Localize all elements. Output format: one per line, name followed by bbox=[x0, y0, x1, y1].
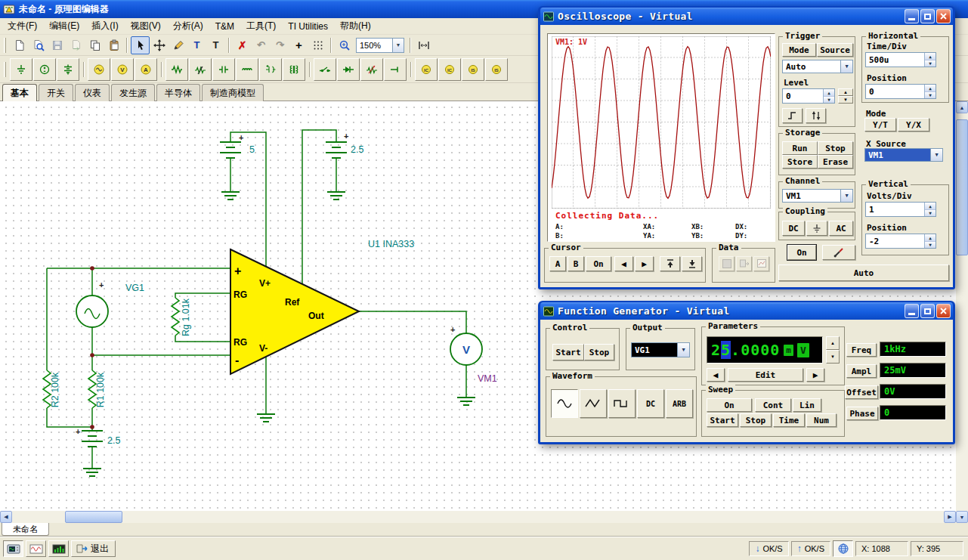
spin-down-icon[interactable]: ▼ bbox=[925, 60, 936, 67]
undo-button[interactable]: ↶ bbox=[252, 36, 271, 54]
cursor-b-button[interactable]: B bbox=[568, 256, 584, 271]
current-source-is1-button[interactable]: IS bbox=[462, 58, 484, 81]
horizontal-scrollbar[interactable]: ◀ ▶ bbox=[0, 511, 956, 523]
erase-button[interactable]: Erase bbox=[818, 155, 853, 169]
diode-component-button[interactable] bbox=[337, 58, 360, 81]
meter-tool-button[interactable] bbox=[48, 540, 69, 557]
trigger-source-button[interactable]: Source bbox=[817, 43, 853, 57]
store-button[interactable]: Store bbox=[782, 155, 818, 169]
output-select[interactable]: VG1▼ bbox=[631, 342, 690, 357]
trigger-mode-select[interactable]: Auto▼ bbox=[782, 60, 853, 73]
controlled-source-ic1-button[interactable]: IC bbox=[415, 58, 438, 81]
menu-file[interactable]: 文件(F) bbox=[2, 17, 43, 35]
current-source-is2-button[interactable]: IS bbox=[485, 58, 508, 81]
trigger-rising-edge-button[interactable] bbox=[782, 108, 803, 123]
resistor-rg-symbol[interactable] bbox=[172, 298, 179, 336]
polarized-capacitor-component-button[interactable] bbox=[259, 58, 282, 81]
variable-resistor-component-button[interactable] bbox=[360, 58, 383, 81]
offset-button[interactable]: Offset bbox=[845, 385, 878, 399]
cursor-jump-up-button[interactable] bbox=[660, 256, 680, 271]
freq-button[interactable]: Freq bbox=[846, 343, 877, 357]
nudge-down-icon[interactable]: ▼ bbox=[826, 350, 840, 364]
copy-button[interactable] bbox=[85, 36, 104, 54]
label-tool-button[interactable]: T bbox=[206, 36, 225, 54]
oscilloscope-titlebar[interactable]: Oscilloscope - Virtual bbox=[540, 8, 953, 25]
trigger-mode-button[interactable]: Mode bbox=[782, 43, 816, 57]
waveform-sine-button[interactable] bbox=[551, 389, 578, 418]
xsource-select[interactable]: VM1▼ bbox=[864, 148, 943, 162]
voltsdiv-spinner[interactable]: 1 ▲▼ bbox=[865, 202, 936, 217]
dropdown-arrow-icon[interactable]: ▼ bbox=[840, 190, 852, 202]
select-cursor-button[interactable] bbox=[131, 36, 150, 54]
mode-yt-button[interactable]: Y/T bbox=[864, 118, 896, 131]
menu-view[interactable]: 视图(V) bbox=[125, 17, 167, 35]
data-save-button[interactable] bbox=[719, 256, 735, 271]
spin-up-icon[interactable]: ▲ bbox=[824, 89, 834, 97]
fg-start-button[interactable]: Start bbox=[552, 344, 584, 360]
resistor-component-button[interactable] bbox=[165, 58, 188, 81]
coupling-ac-button[interactable]: AC bbox=[829, 221, 853, 236]
spin-down-icon[interactable]: ▼ bbox=[925, 242, 936, 249]
crosshair-button[interactable]: + bbox=[289, 36, 308, 54]
horizontal-position-spinner[interactable]: 0 ▲▼ bbox=[865, 84, 936, 99]
coupling-dc-button[interactable]: DC bbox=[782, 221, 805, 236]
cursor-jump-down-button[interactable] bbox=[682, 256, 702, 271]
grid-toggle-button[interactable] bbox=[308, 36, 327, 54]
waveform-square-button[interactable] bbox=[608, 389, 636, 418]
menu-ti-utilities[interactable]: TI Utilities bbox=[282, 19, 334, 34]
edit-button[interactable]: Edit bbox=[728, 368, 803, 382]
waveform-triangle-button[interactable] bbox=[580, 389, 607, 418]
battery-2v5-bottom-symbol[interactable] bbox=[82, 431, 103, 447]
data-export-button[interactable] bbox=[736, 256, 752, 271]
vertical-scroll-thumb[interactable] bbox=[956, 119, 968, 255]
close-button[interactable] bbox=[936, 304, 951, 318]
sweep-cont-button[interactable]: Cont bbox=[755, 398, 791, 412]
maximize-button[interactable] bbox=[920, 304, 935, 318]
maximize-button[interactable] bbox=[920, 9, 935, 23]
data-graph-button[interactable] bbox=[753, 256, 769, 271]
menu-insert[interactable]: 插入(I) bbox=[85, 17, 124, 35]
dropdown-arrow-icon[interactable]: ▼ bbox=[930, 149, 942, 161]
battery-5v-symbol[interactable] bbox=[220, 142, 241, 158]
tab-basic[interactable]: 基本 bbox=[2, 84, 37, 101]
menu-analysis[interactable]: 分析(A) bbox=[167, 17, 209, 35]
tab-manufacturer-models[interactable]: 制造商模型 bbox=[202, 84, 264, 101]
tab-meters[interactable]: 仪表 bbox=[75, 84, 110, 101]
dc-source-component-button[interactable] bbox=[33, 58, 56, 81]
tab-switches[interactable]: 开关 bbox=[39, 84, 73, 101]
battery-component-button[interactable] bbox=[57, 58, 79, 81]
sweep-num-button[interactable]: Num bbox=[806, 413, 837, 427]
timediv-spinner[interactable]: 500u ▲▼ bbox=[865, 52, 936, 67]
voltmeter-vm1-symbol[interactable]: V bbox=[450, 333, 482, 365]
move-tool-button[interactable] bbox=[150, 36, 169, 54]
capacitor-component-button[interactable] bbox=[212, 58, 235, 81]
spin-down-icon[interactable]: ▼ bbox=[824, 97, 834, 104]
dropdown-arrow-icon[interactable]: ▼ bbox=[677, 343, 689, 357]
battery-2v5-top-symbol[interactable] bbox=[326, 142, 347, 158]
cursor-right-button[interactable]: ▶ bbox=[635, 256, 654, 271]
spin-down-icon[interactable]: ▼ bbox=[925, 92, 936, 99]
oscilloscope-tool-button[interactable] bbox=[3, 540, 23, 557]
scroll-down-icon[interactable]: ▼ bbox=[956, 511, 968, 523]
nudge-down-icon[interactable]: ▼ bbox=[838, 96, 853, 104]
toolbar-grip[interactable] bbox=[4, 62, 6, 77]
horizontal-scroll-thumb[interactable] bbox=[65, 511, 122, 523]
phase-button[interactable]: Phase bbox=[846, 407, 878, 420]
fit-width-button[interactable] bbox=[414, 36, 433, 54]
coupling-ground-button[interactable] bbox=[806, 221, 827, 236]
sheet-tab[interactable]: 未命名 bbox=[2, 523, 49, 536]
terminal-component-button[interactable] bbox=[384, 58, 407, 81]
trigger-level-spinner[interactable]: 0 ▲▼ bbox=[782, 88, 835, 104]
trigger-both-edges-button[interactable] bbox=[806, 108, 826, 123]
toolbar-grip[interactable] bbox=[4, 38, 6, 53]
spin-up-icon[interactable]: ▲ bbox=[925, 85, 936, 92]
zoom-level-select[interactable]: 150% ▼ bbox=[356, 38, 404, 53]
mode-yx-button[interactable]: Y/X bbox=[898, 118, 929, 131]
menu-help[interactable]: 帮助(H) bbox=[334, 17, 377, 35]
menu-tm[interactable]: T&M bbox=[209, 19, 240, 34]
auto-scale-button[interactable]: Auto bbox=[778, 265, 949, 281]
sweep-stop-button[interactable]: Stop bbox=[740, 413, 772, 427]
menu-edit[interactable]: 编辑(E) bbox=[43, 17, 85, 35]
run-button[interactable]: Run bbox=[782, 141, 818, 155]
exit-button[interactable]: 退出 bbox=[71, 540, 116, 557]
